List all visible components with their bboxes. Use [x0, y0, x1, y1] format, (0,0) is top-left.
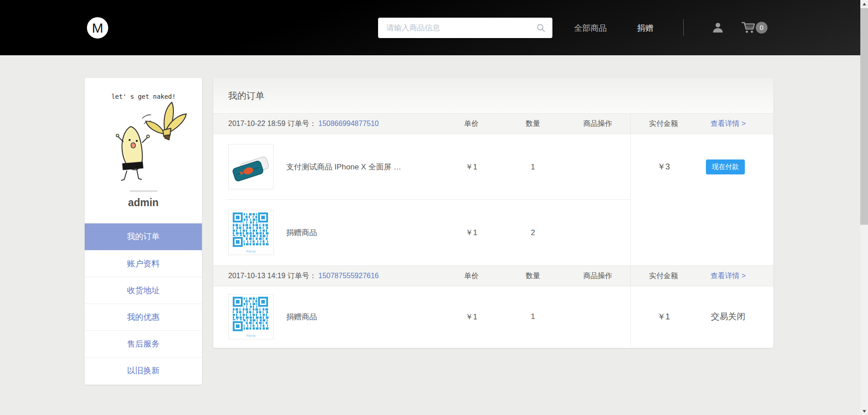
product-name[interactable]: 支付测试商品 IPhone X 全面屏 … — [286, 134, 401, 200]
column-unit-price: 单价 — [453, 266, 489, 286]
scroll-down-button[interactable] — [860, 407, 868, 415]
order-status-closed: 交易关闭 — [694, 311, 762, 323]
paid-amount-cell: ￥3 现在付款 — [630, 134, 773, 265]
column-item-action: 商品操作 — [574, 114, 622, 134]
order-header-right: 实付金额 查看详情 > — [630, 266, 773, 286]
scroll-up-button[interactable] — [860, 0, 868, 8]
order-2: 2017-10-13 14:19 订单号： 150787555927616 单价… — [213, 265, 773, 347]
order-no-label: 订单号： — [288, 266, 317, 286]
sidebar-menu: 我的订单 账户资料 收货地址 我的优惠 售后服务 以旧换新 — [85, 223, 202, 384]
order-no-label: 订单号： — [288, 114, 317, 134]
logo[interactable]: M — [87, 17, 108, 39]
qr-caption: Alipay — [246, 249, 256, 253]
scroll-thumb[interactable] — [860, 8, 868, 225]
nav-donate[interactable]: 捐赠 — [637, 23, 653, 34]
product-name[interactable]: 捐赠商品 — [286, 286, 317, 347]
view-details-link[interactable]: 查看详情 > — [694, 266, 762, 286]
item-unit-price: ￥1 — [453, 134, 489, 200]
paid-amount: ￥1 — [631, 311, 696, 322]
item-unit-price: ￥1 — [453, 286, 489, 347]
logo-letter: M — [92, 20, 103, 36]
sidebar-item-trade-in[interactable]: 以旧换新 — [85, 357, 202, 384]
top-navbar: M 全部商品 捐赠 0 — [0, 0, 860, 55]
username: admin — [85, 197, 202, 209]
nav-all-products[interactable]: 全部商品 — [574, 23, 607, 34]
search-box — [378, 18, 552, 38]
order-no-link[interactable]: 150866994877510 — [318, 114, 379, 134]
avatar-caption: let' s get naked! — [111, 93, 175, 100]
sidebar-item-my-orders[interactable]: 我的订单 — [85, 223, 202, 250]
order-items: 支付测试商品 IPhone X 全面屏 … ￥1 1 — [213, 134, 773, 265]
column-quantity: 数量 — [515, 114, 551, 134]
paid-amount: ￥3 — [631, 161, 696, 172]
paid-amount-cell: ￥1 交易关闭 — [630, 286, 773, 347]
item-quantity: 1 — [515, 134, 551, 200]
sidebar: let' s get naked! — [85, 78, 202, 385]
item-quantity: 1 — [515, 286, 551, 347]
sidebar-item-account-info[interactable]: 账户资料 — [85, 250, 202, 277]
nav-divider — [683, 19, 684, 36]
item-quantity: 2 — [515, 200, 551, 265]
cart-count-badge[interactable]: 0 — [756, 22, 767, 34]
order-header: 2017-10-22 18:59 订单号： 150866994877510 单价… — [213, 113, 773, 134]
avatar: let' s get naked! — [97, 87, 190, 195]
column-quantity: 数量 — [515, 266, 551, 286]
order-date: 2017-10-22 18:59 — [228, 114, 285, 134]
alipay-qr-image: Alipay — [231, 212, 271, 253]
product-image[interactable]: Alipay — [228, 294, 273, 339]
scrollbar[interactable] — [860, 0, 868, 415]
order-date: 2017-10-13 14:19 — [228, 266, 285, 286]
alipay-qr-image: Alipay — [231, 296, 271, 338]
order-items: Alipay 捐赠商品 ￥1 1 ￥1 交易关闭 — [213, 286, 773, 347]
sidebar-item-my-coupons[interactable]: 我的优惠 — [85, 304, 202, 330]
search-icon[interactable] — [536, 23, 546, 33]
user-icon[interactable] — [712, 21, 724, 34]
product-image[interactable] — [228, 144, 273, 189]
order-1: 2017-10-22 18:59 订单号： 150866994877510 单价… — [213, 113, 773, 265]
orders-panel: 我的订单 2017-10-22 18:59 订单号： 1508669948775… — [213, 78, 773, 348]
pay-now-button[interactable]: 现在付款 — [706, 159, 745, 174]
panel-title: 我的订单 — [213, 78, 773, 113]
iphone-product-image — [230, 146, 272, 188]
sidebar-item-shipping-address[interactable]: 收货地址 — [85, 277, 202, 304]
search-input[interactable] — [378, 18, 536, 38]
column-item-action: 商品操作 — [574, 266, 622, 286]
qr-caption: Alipay — [246, 333, 256, 338]
product-image[interactable]: Alipay — [228, 210, 273, 255]
order-header-right: 实付金额 查看详情 > — [630, 114, 773, 134]
order-no-link[interactable]: 150787555927616 — [318, 266, 379, 286]
banana-illustration: let' s get naked! — [97, 87, 190, 195]
item-unit-price: ￥1 — [453, 200, 489, 265]
column-paid-amount: 实付金额 — [631, 114, 696, 134]
cart-icon[interactable] — [741, 21, 756, 34]
order-header: 2017-10-13 14:19 订单号： 150787555927616 单价… — [213, 265, 773, 286]
product-name[interactable]: 捐赠商品 — [286, 200, 317, 265]
column-paid-amount: 实付金额 — [631, 266, 696, 286]
sidebar-item-after-sales[interactable]: 售后服务 — [85, 330, 202, 357]
column-unit-price: 单价 — [453, 114, 489, 134]
view-details-link[interactable]: 查看详情 > — [694, 114, 762, 134]
